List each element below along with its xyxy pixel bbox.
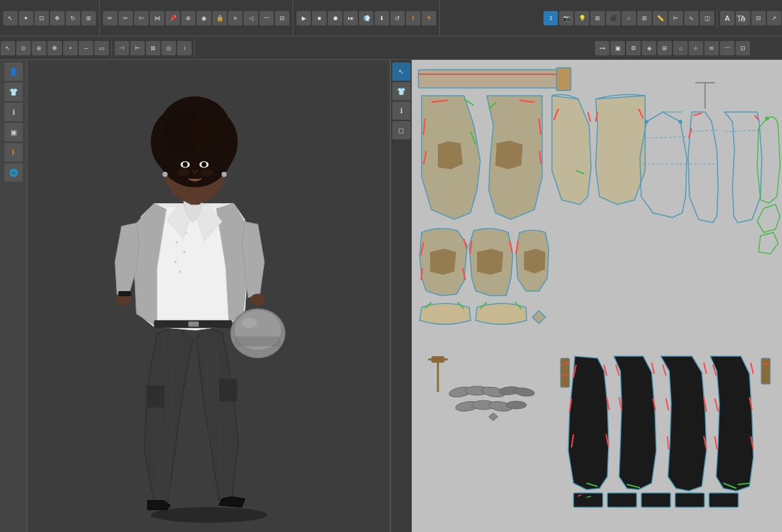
edge-icon[interactable]: ─: [79, 41, 93, 55]
button-icon[interactable]: ◉: [197, 11, 211, 25]
figure-sidebar-icon[interactable]: 🚶: [5, 143, 23, 161]
svg-point-28: [190, 114, 222, 153]
fontA-icon[interactable]: A: [720, 11, 734, 25]
grid-icon[interactable]: ⊞: [637, 11, 652, 25]
snap2-icon[interactable]: ⊹: [689, 41, 703, 55]
new-icon[interactable]: ✦: [19, 11, 33, 25]
scissors-icon[interactable]: ✄: [134, 11, 149, 25]
pin-icon[interactable]: 📌: [166, 11, 180, 25]
svg-point-93: [506, 401, 527, 409]
right-select-icon[interactable]: ↖: [392, 63, 411, 81]
move2-icon[interactable]: ✥: [48, 41, 62, 55]
face-icon[interactable]: ▭: [94, 41, 109, 55]
wave-icon[interactable]: 〰: [720, 41, 734, 55]
frame-icon[interactable]: ⏭: [343, 11, 358, 25]
clothing-sidebar-icon[interactable]: 👕: [5, 83, 23, 101]
scale-icon[interactable]: ⊞: [81, 11, 96, 25]
texture-icon[interactable]: ◫: [700, 11, 714, 25]
wrap-icon[interactable]: ◎: [162, 41, 176, 55]
export-icon[interactable]: ↗: [767, 11, 781, 25]
render-icon[interactable]: ◈: [642, 41, 656, 55]
record-icon[interactable]: ⏺: [328, 11, 342, 25]
svg-point-12: [179, 270, 181, 273]
handle-icon[interactable]: ≋: [704, 41, 719, 55]
simulate-icon[interactable]: ⚙: [626, 41, 641, 55]
snap-icon[interactable]: 🔒: [212, 11, 227, 25]
svg-point-73: [644, 120, 648, 124]
zoom-icon[interactable]: ⌕: [673, 41, 688, 55]
svg-rect-84: [431, 356, 444, 363]
pattern-area[interactable]: [412, 60, 782, 532]
stop-icon[interactable]: ■: [312, 11, 326, 25]
extra-icon[interactable]: ⊡: [736, 41, 750, 55]
rotate-icon[interactable]: ↻: [66, 11, 80, 25]
avatar-sidebar-icon[interactable]: 👤: [5, 63, 23, 81]
avatar2-icon[interactable]: 🚶: [406, 11, 420, 25]
symmetry-icon[interactable]: ⊣: [115, 41, 129, 55]
second-toolbar: ↖ ⊙ ⊕ ✥ • ─ ▭ ⊣ ⊢ ⊠ ◎ ≀ ⊶ ▣ ⚙ ◈ ⊞ ⌕ ⊹ ≋ …: [0, 36, 782, 60]
light-icon[interactable]: 💡: [575, 11, 589, 25]
svg-rect-40: [418, 70, 562, 88]
lasso-icon[interactable]: ⊙: [16, 41, 31, 55]
select-rect-icon[interactable]: ⊡: [35, 11, 49, 25]
walk-icon[interactable]: 🏃: [422, 11, 436, 25]
seam-icon[interactable]: ≡: [228, 11, 242, 25]
right-pattern-icon[interactable]: ◻: [392, 121, 411, 139]
select2-icon[interactable]: ↖: [1, 41, 15, 55]
spray-icon[interactable]: ∿: [684, 11, 699, 25]
character-svg: [27, 60, 390, 532]
right-shirt-icon[interactable]: 👕: [392, 82, 411, 100]
dart-icon[interactable]: ◁: [244, 11, 258, 25]
material-sidebar-icon[interactable]: ▣: [5, 123, 23, 141]
gravity-icon[interactable]: ⬇: [375, 11, 389, 25]
measure-icon[interactable]: ⊢: [669, 11, 683, 25]
config2-icon[interactable]: ⊞: [658, 41, 672, 55]
ruler-icon[interactable]: 📏: [653, 11, 667, 25]
sep3: [194, 38, 195, 58]
solid-icon[interactable]: ⬛: [606, 11, 620, 25]
material-icon[interactable]: ▣: [611, 41, 625, 55]
cut-icon[interactable]: ✂: [119, 11, 133, 25]
play-icon[interactable]: ▶: [297, 11, 311, 25]
svg-rect-42: [557, 68, 571, 91]
fold-icon[interactable]: ⋈: [150, 11, 164, 25]
file-tools: ↖ ✦ ⊡ ✥ ↻ ⊞: [0, 0, 100, 36]
svg-point-36: [200, 169, 213, 176]
array-icon[interactable]: ⊠: [146, 41, 160, 55]
svg-rect-14: [188, 322, 199, 327]
svg-point-38: [222, 172, 227, 177]
3d-view-icon[interactable]: 3: [543, 11, 558, 25]
camera-icon[interactable]: 📷: [559, 11, 573, 25]
left-panel: 👤 👕 ℹ ▣ 🚶 🌐: [0, 60, 391, 532]
sewing-icon[interactable]: ⊶: [595, 41, 609, 55]
tension-icon[interactable]: ≀: [177, 41, 192, 55]
sim-tools: ▶ ■ ⏺ ⏭ 💨 ⬇ ↺ 🚶 🏃: [293, 0, 440, 36]
pen-icon[interactable]: ✏: [103, 11, 117, 25]
svg-rect-3: [219, 379, 237, 402]
layer-icon[interactable]: ⊟: [751, 11, 766, 25]
separator1: [717, 8, 717, 28]
sep2: [111, 38, 112, 58]
arrow-icon[interactable]: ↖: [3, 11, 18, 25]
stitch-icon[interactable]: ⊕: [181, 11, 195, 25]
right-panel: ↖ 👕 ℹ ◻: [391, 60, 782, 532]
mirror-icon[interactable]: ⊢: [130, 41, 145, 55]
svg-rect-130: [675, 493, 704, 507]
globe-sidebar-icon[interactable]: 🌐: [5, 163, 23, 182]
smooth-icon[interactable]: ○: [622, 11, 636, 25]
pattern2-icon[interactable]: ⊟: [275, 11, 289, 25]
point-icon[interactable]: •: [63, 41, 78, 55]
right-info-icon[interactable]: ℹ: [392, 102, 411, 120]
viewport-3d[interactable]: [27, 60, 390, 532]
pattern-svg: [412, 60, 782, 532]
svg-point-10: [174, 260, 177, 263]
wireframe-icon[interactable]: ⊞: [590, 11, 605, 25]
transform-icon[interactable]: ⊕: [32, 41, 46, 55]
reset-icon[interactable]: ↺: [390, 11, 405, 25]
info-sidebar-icon[interactable]: ℹ: [5, 103, 23, 121]
move-icon[interactable]: ✥: [50, 11, 65, 25]
svg-point-1: [151, 507, 267, 523]
wind-icon[interactable]: 💨: [359, 11, 373, 25]
svg-rect-123: [761, 358, 770, 384]
elastic-icon[interactable]: 〰: [259, 11, 274, 25]
